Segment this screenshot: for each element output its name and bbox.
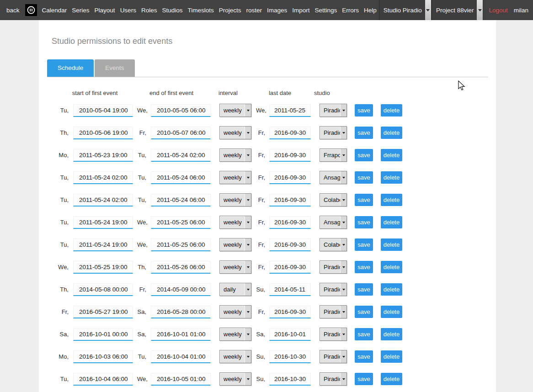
delete-button[interactable]: delete — [381, 306, 402, 318]
save-button[interactable]: save — [355, 283, 373, 296]
start-datetime-input[interactable] — [73, 171, 133, 184]
start-datetime-input[interactable] — [73, 238, 133, 251]
end-datetime-input[interactable] — [151, 261, 211, 274]
save-button[interactable]: save — [355, 238, 373, 251]
end-datetime-input[interactable] — [151, 194, 211, 207]
studio-select[interactable]: Piradio — [320, 350, 347, 363]
last-date-input[interactable] — [269, 283, 311, 296]
save-button[interactable]: save — [355, 104, 373, 117]
interval-select[interactable]: weekly — [219, 260, 251, 274]
start-datetime-input[interactable] — [73, 216, 133, 229]
delete-button[interactable]: delete — [381, 171, 402, 184]
nav-item-errors[interactable]: Errors — [342, 7, 359, 14]
last-date-input[interactable] — [269, 149, 311, 162]
last-date-input[interactable] — [269, 350, 311, 363]
save-button[interactable]: save — [355, 171, 373, 184]
last-date-input[interactable] — [269, 194, 311, 207]
last-date-input[interactable] — [269, 306, 311, 318]
save-button[interactable]: save — [355, 216, 373, 228]
save-button[interactable]: save — [355, 149, 373, 161]
start-datetime-input[interactable] — [73, 104, 133, 117]
nav-item-roles[interactable]: Roles — [141, 7, 157, 14]
studio-select[interactable]: Piradio — [320, 328, 347, 341]
last-date-input[interactable] — [269, 238, 311, 251]
back-link[interactable]: back — [6, 7, 20, 14]
last-date-input[interactable] — [269, 216, 311, 229]
studio-select[interactable]: Piradio — [320, 260, 347, 274]
delete-button[interactable]: delete — [381, 238, 402, 251]
interval-select[interactable]: weekly — [219, 328, 251, 341]
end-datetime-input[interactable] — [151, 104, 211, 117]
end-datetime-input[interactable] — [151, 171, 211, 184]
nav-item-help[interactable]: Help — [364, 7, 377, 14]
studio-select[interactable]: Piradio — [320, 104, 347, 117]
logout-link[interactable]: Logout — [489, 7, 507, 14]
studio-select[interactable]: Piradio — [320, 372, 347, 386]
end-datetime-input[interactable] — [151, 238, 211, 251]
end-datetime-input[interactable] — [151, 149, 211, 162]
start-datetime-input[interactable] — [73, 373, 133, 386]
start-datetime-input[interactable] — [73, 127, 133, 139]
delete-button[interactable]: delete — [381, 104, 402, 117]
studio-dropdown[interactable]: Studio Piradio — [379, 0, 432, 20]
end-datetime-input[interactable] — [151, 328, 211, 341]
start-datetime-input[interactable] — [73, 350, 133, 363]
studio-select[interactable]: Piradio — [320, 283, 347, 296]
studio-select[interactable]: Piradio — [320, 126, 347, 139]
nav-item-settings[interactable]: Settings — [315, 7, 337, 14]
end-datetime-input[interactable] — [151, 216, 211, 229]
interval-select[interactable]: weekly — [219, 193, 251, 207]
end-datetime-input[interactable] — [151, 306, 211, 318]
delete-button[interactable]: delete — [381, 328, 402, 340]
nav-item-timeslots[interactable]: Timeslots — [187, 7, 213, 14]
nav-item-import[interactable]: Import — [292, 7, 309, 14]
studio-select[interactable]: Ansage — [320, 216, 347, 229]
nav-item-playout[interactable]: Playout — [95, 7, 115, 14]
end-datetime-input[interactable] — [151, 350, 211, 363]
nav-item-studios[interactable]: Studios — [162, 7, 182, 14]
project-dropdown[interactable]: Project 88vier — [432, 0, 484, 20]
studio-select[interactable]: Ansage — [320, 171, 347, 184]
piradio-logo-icon[interactable] — [25, 4, 37, 16]
delete-button[interactable]: delete — [381, 373, 402, 385]
nav-item-series[interactable]: Series — [72, 7, 89, 14]
studio-select[interactable]: Colabo — [320, 193, 347, 207]
interval-select[interactable]: weekly — [219, 350, 251, 363]
studio-select[interactable]: Piradio — [320, 305, 347, 318]
interval-select[interactable]: weekly — [219, 104, 251, 117]
last-date-input[interactable] — [269, 127, 311, 139]
save-button[interactable]: save — [355, 261, 373, 273]
delete-button[interactable]: delete — [381, 194, 402, 206]
start-datetime-input[interactable] — [73, 149, 133, 162]
interval-select[interactable]: weekly — [219, 305, 251, 318]
start-datetime-input[interactable] — [73, 283, 133, 296]
nav-item-projects[interactable]: Projects — [219, 7, 241, 14]
save-button[interactable]: save — [355, 306, 373, 318]
start-datetime-input[interactable] — [73, 328, 133, 341]
delete-button[interactable]: delete — [381, 283, 402, 296]
end-datetime-input[interactable] — [151, 373, 211, 386]
tab-schedule[interactable]: Schedule — [47, 59, 94, 77]
tab-events[interactable]: Events — [95, 59, 134, 77]
start-datetime-input[interactable] — [73, 194, 133, 207]
save-button[interactable]: save — [355, 350, 373, 363]
save-button[interactable]: save — [355, 194, 373, 206]
end-datetime-input[interactable] — [151, 283, 211, 296]
delete-button[interactable]: delete — [381, 261, 402, 273]
last-date-input[interactable] — [269, 104, 311, 117]
delete-button[interactable]: delete — [381, 216, 402, 228]
studio-select[interactable]: Frrapo — [320, 148, 347, 162]
last-date-input[interactable] — [269, 328, 311, 341]
start-datetime-input[interactable] — [73, 306, 133, 318]
interval-select[interactable]: weekly — [219, 126, 251, 139]
interval-select[interactable]: weekly — [219, 171, 251, 184]
nav-item-users[interactable]: Users — [120, 7, 136, 14]
last-date-input[interactable] — [269, 261, 311, 274]
interval-select[interactable]: weekly — [219, 216, 251, 229]
studio-select[interactable]: Colabo — [320, 238, 347, 251]
interval-select[interactable]: weekly — [219, 238, 251, 251]
last-date-input[interactable] — [269, 373, 311, 386]
save-button[interactable]: save — [355, 373, 373, 385]
nav-item-images[interactable]: Images — [267, 7, 287, 14]
delete-button[interactable]: delete — [381, 149, 402, 161]
